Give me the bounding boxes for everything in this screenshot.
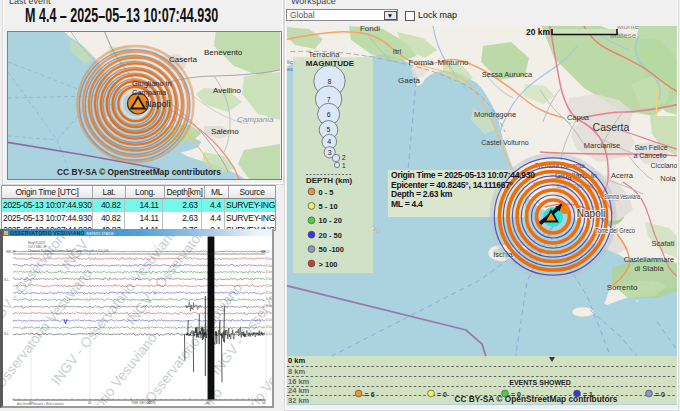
svg-text:a Cancello: a Cancello xyxy=(633,152,666,159)
svg-text:8 km: 8 km xyxy=(288,367,305,376)
svg-text:Campania: Campania xyxy=(237,115,274,124)
svg-text:16 km: 16 km xyxy=(288,377,310,386)
svg-text:0.5e: 0.5e xyxy=(266,291,272,295)
svg-text:di Stabia: di Stabia xyxy=(634,264,664,273)
svg-text:01: 01 xyxy=(88,401,92,405)
svg-text:Napoli: Napoli xyxy=(577,208,605,219)
svg-text:5 - 10: 5 - 10 xyxy=(319,202,338,211)
svg-text:Fondi: Fondi xyxy=(360,26,380,33)
svg-text:Castellammare: Castellammare xyxy=(624,255,674,264)
svg-text:Acerra: Acerra xyxy=(611,171,634,180)
svg-text:03: 03 xyxy=(206,401,210,405)
svg-text:Nola: Nola xyxy=(660,174,676,183)
svg-text:Sessa Aurunca: Sessa Aurunca xyxy=(482,70,533,79)
svg-text:0 - 5: 0 - 5 xyxy=(319,188,334,197)
svg-text:ML = 4.4: ML = 4.4 xyxy=(391,199,423,209)
svg-text:0 km: 0 km xyxy=(288,356,305,365)
svg-text:Epicenter = 40.8245°, 14.11166: Epicenter = 40.8245°, 14.111667° xyxy=(391,180,514,190)
svg-text:50 -100: 50 -100 xyxy=(319,245,344,254)
svg-text:0.5e: 0.5e xyxy=(266,318,272,322)
svg-text:Benevento: Benevento xyxy=(204,48,243,57)
svg-text:10 - 20: 10 - 20 xyxy=(319,216,342,225)
svg-text:Caserta: Caserta xyxy=(169,55,198,64)
svg-text:0.5e: 0.5e xyxy=(266,270,272,274)
svg-text:CC BY-SA © OpenStreetMap contr: CC BY-SA © OpenStreetMap contributors xyxy=(455,394,618,404)
svg-text:= 6: = 6 xyxy=(365,391,375,398)
svg-text:Cicciano: Cicciano xyxy=(651,162,677,169)
svg-text:Depth = 2.63 km: Depth = 2.63 km xyxy=(391,189,453,199)
svg-text:Castel Volturno: Castel Volturno xyxy=(481,139,529,146)
svg-text:1: 1 xyxy=(342,162,346,169)
svg-text:0.5e: 0.5e xyxy=(266,277,272,281)
svg-text:0.5e: 0.5e xyxy=(266,311,272,315)
svg-text:Scafati: Scafati xyxy=(652,239,675,248)
svg-text:Mondragone: Mondragone xyxy=(474,110,516,119)
svg-text:WE.19: WE.19 xyxy=(6,250,16,254)
svg-text:> 100: > 100 xyxy=(319,260,338,269)
svg-text:0.5e: 0.5e xyxy=(266,325,272,329)
svg-text:0.5e: 0.5e xyxy=(266,264,272,268)
svg-text:Torre del Greco: Torre del Greco xyxy=(595,226,635,235)
svg-text:TIME (SECONDS): TIME (SECONDS) xyxy=(131,401,156,405)
svg-text:7: 7 xyxy=(327,96,331,103)
svg-text:0.5e: 0.5e xyxy=(266,332,272,336)
svg-text:0.5e: 0.5e xyxy=(266,304,272,308)
svg-text:DEPTH (km): DEPTH (km) xyxy=(306,176,353,185)
svg-text:Marcianise: Marcianise xyxy=(584,141,620,150)
svg-text:32 km: 32 km xyxy=(288,396,310,405)
svg-text:San Felice: San Felice xyxy=(634,144,667,151)
svg-text:3: 3 xyxy=(328,149,332,156)
svg-text:= 0: = 0 xyxy=(437,391,447,398)
svg-text:= 0: = 0 xyxy=(655,391,665,398)
svg-text:Campania: Campania xyxy=(132,88,167,97)
svg-text:Minturno: Minturno xyxy=(437,58,469,67)
svg-text:Giugliano in: Giugliano in xyxy=(132,79,172,88)
svg-text:24 km: 24 km xyxy=(288,386,310,395)
svg-text:0.5e: 0.5e xyxy=(266,297,272,301)
svg-text:Somma Vesuviana: Somma Vesuviana xyxy=(604,193,640,200)
svg-text:EVENTS SHOWED: EVENTS SHOWED xyxy=(509,379,570,386)
svg-text:02: 02 xyxy=(147,401,151,405)
svg-text:0.5e: 0.5e xyxy=(266,284,272,288)
svg-text:S.L.: S.L. xyxy=(4,332,10,336)
svg-text:WE.1: WE.1 xyxy=(261,250,269,254)
svg-text:Caserta: Caserta xyxy=(593,121,630,133)
svg-text:Formia: Formia xyxy=(409,58,434,67)
svg-text:Salerno: Salerno xyxy=(211,127,239,136)
svg-text:4: 4 xyxy=(327,138,331,145)
svg-text:Gaeta: Gaeta xyxy=(398,76,420,85)
svg-text:2: 2 xyxy=(342,154,346,161)
svg-text:Avellino: Avellino xyxy=(213,86,241,95)
svg-text:Origin Time = 2025-05-13 10:07: Origin Time = 2025-05-13 10:07:44.930 xyxy=(391,170,535,180)
svg-text:04: 04 xyxy=(262,401,266,405)
svg-text:Itri: Itri xyxy=(393,47,402,56)
svg-text:Channel Soft/ware Tremto Natal: Channel Soft/ware Tremto Natal Costa Per… xyxy=(28,249,109,253)
svg-text:8: 8 xyxy=(328,78,332,85)
svg-text:Anti Vertical Network + Multi-: Anti Vertical Network + Multi-networks xyxy=(17,402,65,406)
svg-text:Capua: Capua xyxy=(567,113,590,122)
svg-text:20 km: 20 km xyxy=(526,27,551,37)
svg-text:20 - 50: 20 - 50 xyxy=(319,231,342,240)
svg-text:6: 6 xyxy=(327,111,331,118)
svg-text:CC BY-SA © OpenStreetMap contr: CC BY-SA © OpenStreetMap contributors xyxy=(57,166,221,177)
svg-text:0.5e: 0.5e xyxy=(266,257,272,261)
svg-text:Napoli: Napoli xyxy=(145,99,171,109)
svg-text:5: 5 xyxy=(327,126,331,133)
svg-text:Sorrento: Sorrento xyxy=(607,283,638,292)
svg-text:S.L.: S.L. xyxy=(4,278,10,282)
